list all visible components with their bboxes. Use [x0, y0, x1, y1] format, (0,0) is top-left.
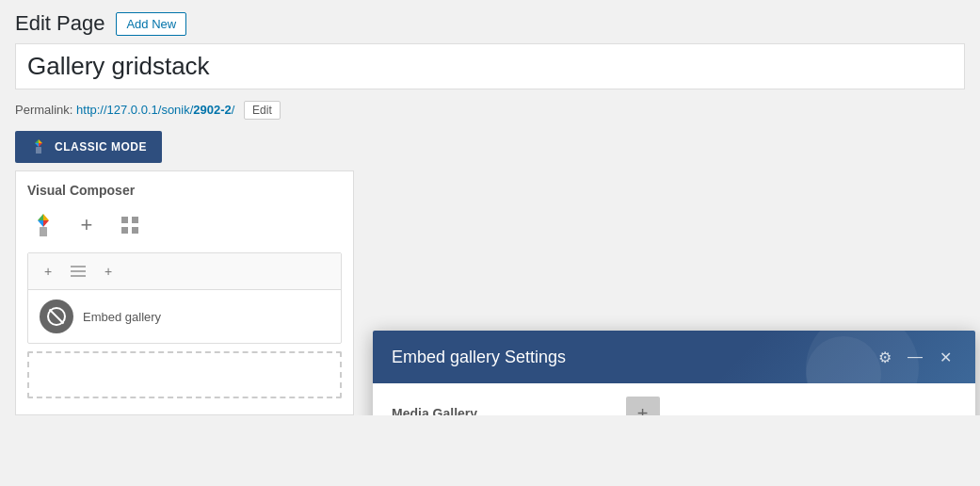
svg-marker-7 [38, 220, 43, 227]
modal-add-bottom-button[interactable]: + [626, 397, 660, 415]
permalink-bar: Permalink: http://127.0.0.1/sonik/2902-2… [0, 97, 980, 127]
embed-gallery-label: Embed gallery [83, 310, 161, 324]
modal-close-button[interactable]: ✕ [934, 346, 956, 368]
vc-header: Visual Composer [27, 183, 342, 198]
svg-rect-15 [71, 270, 86, 272]
svg-rect-16 [71, 275, 86, 277]
vc-toolbar: + [27, 209, 342, 241]
svg-marker-3 [39, 143, 42, 147]
vc-element-embed-gallery: Embed gallery [28, 290, 341, 343]
page-header: Edit Page Add New [0, 0, 980, 43]
svg-line-18 [50, 310, 64, 324]
svg-rect-4 [36, 147, 41, 154]
minimize-icon: — [908, 348, 923, 365]
vc-add-element-button[interactable]: + [71, 209, 103, 241]
vc-row: + + Embed gallery [27, 252, 342, 344]
svg-rect-11 [132, 217, 138, 223]
vc-row-add2-button[interactable]: + [96, 259, 120, 284]
permalink-link[interactable]: http://127.0.0.1/sonik/2902-2/ [76, 103, 238, 117]
permalink-label: Permalink: [15, 103, 72, 117]
modal-minimize-button[interactable]: — [904, 346, 926, 368]
post-title-area [15, 43, 965, 89]
permalink-edit-button[interactable]: Edit [244, 101, 281, 120]
svg-marker-1 [35, 139, 39, 143]
classic-mode-icon [30, 138, 47, 155]
svg-rect-13 [132, 227, 138, 234]
classic-mode-button[interactable]: CLASSIC MODE [15, 131, 162, 163]
media-gallery-label: Media Gallery [392, 406, 956, 415]
close-icon: ✕ [940, 348, 952, 366]
embed-gallery-settings-modal: Embed gallery Settings ⚙ — ✕ Media Galle… [373, 331, 975, 415]
embed-gallery-icon [40, 300, 73, 333]
main-area: Visual Composer + [15, 170, 965, 415]
svg-rect-10 [121, 217, 128, 223]
modal-body: Media Gallery Requires the numeric ID of… [373, 383, 975, 415]
modal-header: Embed gallery Settings ⚙ — ✕ [373, 331, 975, 383]
svg-rect-14 [71, 266, 86, 267]
add-new-button[interactable]: Add New [116, 12, 186, 36]
svg-marker-2 [35, 143, 39, 147]
vc-add-row-dashed [27, 351, 342, 398]
permalink-url-text: http://127.0.0.1/sonik/2902-2/ [76, 103, 234, 117]
vc-row-header: + + [28, 253, 341, 290]
classic-mode-label: CLASSIC MODE [55, 140, 147, 154]
svg-rect-9 [40, 227, 47, 236]
svg-marker-6 [38, 214, 43, 220]
svg-rect-12 [121, 227, 128, 234]
vc-grid-button[interactable] [114, 209, 146, 241]
modal-controls: ⚙ — ✕ [874, 346, 956, 368]
modal-settings-button[interactable]: ⚙ [874, 346, 896, 368]
add-bottom-icon: + [637, 403, 649, 416]
post-title-input[interactable] [27, 52, 953, 81]
svg-marker-5 [43, 214, 49, 220]
svg-marker-0 [39, 139, 42, 143]
vc-row-add-button[interactable]: + [36, 259, 60, 284]
page-title: Edit Page [15, 11, 104, 36]
visual-composer-panel: Visual Composer + [15, 170, 354, 415]
gear-icon: ⚙ [878, 348, 892, 366]
svg-marker-8 [43, 220, 49, 227]
vc-logo-icon[interactable] [27, 209, 59, 241]
vc-row-drag-handle[interactable] [66, 259, 90, 284]
modal-title: Embed gallery Settings [392, 348, 566, 367]
